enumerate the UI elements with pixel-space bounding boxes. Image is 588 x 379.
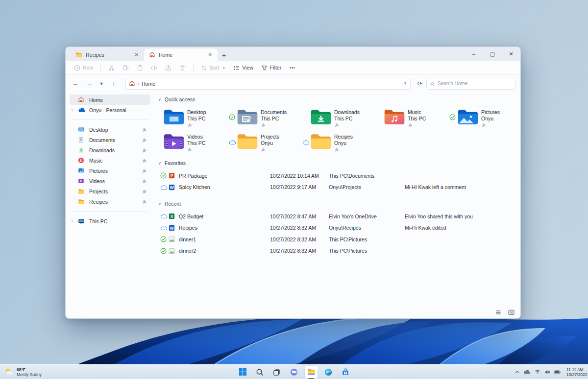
svg-text:P: P xyxy=(171,173,173,178)
tab-close-icon[interactable]: ✕ xyxy=(133,52,140,57)
taskbar-task-view-button[interactable] xyxy=(270,366,283,379)
file-name: Spicy Kitchen xyxy=(179,184,270,190)
pin-icon xyxy=(481,122,487,128)
large-icons-view-button[interactable] xyxy=(508,308,514,317)
taskbar-weather-widget[interactable]: 68°F Mostly Sunny xyxy=(0,367,127,377)
battery-icon[interactable] xyxy=(554,370,561,374)
quick-access-tile-music[interactable]: MusicThis PC xyxy=(376,108,449,128)
filter-button[interactable]: Filter xyxy=(258,63,285,72)
section-header-favorites[interactable]: ∨ Favorites xyxy=(155,159,516,167)
file-row-pr-package[interactable]: PPR Package10/27/2022 10:14 AMThis PC\Do… xyxy=(155,170,516,182)
expander-chevron-icon[interactable]: › xyxy=(72,108,78,112)
quick-access-tile-downloads[interactable]: DownloadsThis PC xyxy=(302,108,376,128)
address-bar[interactable]: › Home ▼ xyxy=(125,78,411,90)
sidebar-item-home[interactable]: Home xyxy=(70,95,150,105)
back-button[interactable]: ← xyxy=(70,80,81,87)
search-box[interactable] xyxy=(426,78,515,90)
taskbar-search-button[interactable] xyxy=(253,366,266,379)
sidebar-item-music[interactable]: Music xyxy=(70,155,150,166)
cloud-tray-icon[interactable] xyxy=(523,370,531,375)
maximize-button[interactable]: ▢ xyxy=(483,47,502,61)
sidebar-item-downloads[interactable]: Downloads xyxy=(70,145,150,155)
pin-icon xyxy=(187,122,193,128)
chevron-up-icon[interactable] xyxy=(515,371,519,374)
share-button[interactable] xyxy=(162,63,175,72)
sidebar-item-onyu-personal[interactable]: ›Onyu - Personal xyxy=(70,105,150,115)
sidebar-item-projects[interactable]: Projects xyxy=(70,186,150,196)
volume-icon[interactable] xyxy=(544,370,550,375)
tab-close-icon[interactable]: ✕ xyxy=(207,52,214,57)
up-button[interactable]: ↑ xyxy=(108,80,120,87)
folder-music-icon xyxy=(384,108,405,126)
quick-access-grid: DesktopThis PCDocumentsThis PCDownloadsT… xyxy=(155,108,516,152)
details-view-button[interactable] xyxy=(495,308,501,317)
taskbar-clock[interactable]: 11:11 AM 10/27/2022 xyxy=(566,367,588,377)
section-header-recent[interactable]: ∨ Recent xyxy=(155,199,516,208)
folder-big-icon xyxy=(310,132,332,151)
file-row-recipes[interactable]: WRecipes10/27/2022 8:32 AMOnyu\RecipesMi… xyxy=(155,222,516,234)
expander-chevron-icon[interactable]: › xyxy=(72,219,78,223)
pin-icon xyxy=(187,147,193,152)
file-location: This PC\Documents xyxy=(329,173,405,179)
tab-label: Home xyxy=(159,52,203,58)
section-title: Recent xyxy=(165,201,181,207)
taskbar-file-explorer-button[interactable] xyxy=(305,366,318,379)
copy-button[interactable] xyxy=(119,63,132,72)
file-explorer-icon xyxy=(307,368,316,376)
pin-icon xyxy=(142,168,147,174)
pin-icon xyxy=(334,147,340,152)
wifi-icon[interactable] xyxy=(535,370,540,374)
folder-downloads-icon xyxy=(310,108,332,126)
address-dropdown-icon[interactable]: ▼ xyxy=(403,81,407,86)
file-row-q2-budget[interactable]: XQ2 Budget10/27/2022 8:47 AMElvin Yoo's … xyxy=(155,211,516,222)
pin-icon xyxy=(142,147,147,153)
taskbar-store-button[interactable] xyxy=(339,366,352,379)
section-header-quick-access[interactable]: ∨ Quick access xyxy=(155,95,516,104)
sidebar-item-label: Recipes xyxy=(89,199,142,205)
sidebar-item-label: Downloads xyxy=(89,147,142,153)
sidebar-item-videos[interactable]: Videos xyxy=(70,176,150,186)
tab-recipes[interactable]: Recipes✕ xyxy=(71,48,144,61)
quick-access-tile-documents[interactable]: DocumentsThis PC xyxy=(229,108,302,128)
refresh-button[interactable]: ⟳ xyxy=(416,80,424,87)
tab-home[interactable]: Home✕ xyxy=(144,48,218,61)
toolbar-divider xyxy=(193,64,194,71)
cut-button[interactable] xyxy=(105,63,118,72)
quick-access-tile-desktop[interactable]: DesktopThis PC xyxy=(155,108,229,128)
minimize-button[interactable]: – xyxy=(465,47,483,61)
rename-button[interactable] xyxy=(147,63,161,72)
sidebar-item-documents[interactable]: Documents xyxy=(70,135,150,145)
new-tab-button[interactable]: + xyxy=(218,51,230,61)
new-button[interactable]: New xyxy=(71,63,97,72)
start-icon xyxy=(239,368,247,376)
paste-button[interactable] xyxy=(133,63,147,72)
close-button[interactable]: ✕ xyxy=(502,47,520,61)
quick-access-tile-recipes[interactable]: RecipesOnyu xyxy=(302,132,376,152)
file-date: 10/27/2022 9:17 AM xyxy=(270,184,329,190)
sidebar-item-desktop[interactable]: Desktop xyxy=(70,124,150,135)
quick-access-tile-videos[interactable]: VideosThis PC xyxy=(155,132,229,152)
breadcrumb[interactable]: Home xyxy=(142,81,155,87)
search-input[interactable] xyxy=(438,81,512,86)
sort-button[interactable]: Sort▼ xyxy=(197,63,229,72)
view-button[interactable]: View xyxy=(230,63,257,72)
taskbar-teams-chat-button[interactable] xyxy=(288,366,300,379)
sidebar-item-recipes[interactable]: Recipes xyxy=(70,196,150,207)
taskbar-edge-button[interactable] xyxy=(322,366,335,379)
folder-documents-icon xyxy=(237,108,258,126)
delete-button[interactable] xyxy=(176,63,189,72)
forward-button[interactable]: → xyxy=(83,80,95,87)
sidebar-divider xyxy=(71,211,148,212)
quick-access-tile-pictures[interactable]: PicturesOnyu xyxy=(449,108,521,128)
file-row-dinner1[interactable]: dinner110/27/2022 8:32 AMThis PC\Picture… xyxy=(155,234,516,245)
quick-access-tile-projects[interactable]: ProjectsOnyu xyxy=(229,132,302,152)
sidebar-item-this-pc[interactable]: ›This PC xyxy=(70,216,150,226)
view-icon xyxy=(233,65,240,71)
file-row-dinner2[interactable]: dinner210/27/2022 8:32 AMThis PC\Picture… xyxy=(155,245,516,257)
recent-locations-icon[interactable]: ▼ xyxy=(97,81,106,86)
taskbar-start-button[interactable] xyxy=(236,366,249,379)
pin-icon xyxy=(142,189,147,194)
file-row-spicy-kitchen[interactable]: WSpicy Kitchen10/27/2022 9:17 AMOnyu\Pro… xyxy=(155,182,516,193)
sidebar-item-pictures[interactable]: Pictures xyxy=(70,166,150,176)
more-button[interactable] xyxy=(286,63,299,72)
